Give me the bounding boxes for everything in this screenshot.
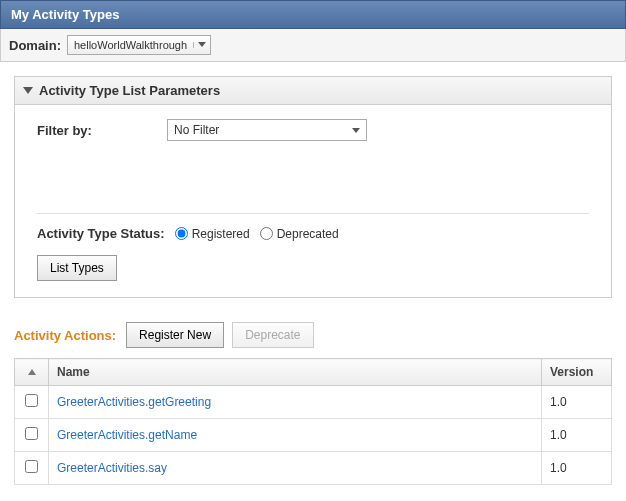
activity-table: Name Version GreeterActivities.getGreeti… [14, 358, 612, 485]
filter-select[interactable]: No Filter [167, 119, 367, 141]
version-column-header[interactable]: Version [542, 359, 612, 386]
domain-select[interactable]: helloWorldWalkthrough [67, 35, 211, 55]
domain-label: Domain: [9, 38, 61, 53]
svg-marker-1 [352, 128, 360, 133]
chevron-down-icon [352, 123, 360, 137]
activity-name-link[interactable]: GreeterActivities.say [57, 461, 167, 475]
triangle-down-icon [23, 87, 33, 94]
parameters-panel: Activity Type List Parameters Filter by:… [14, 76, 612, 298]
status-registered-option[interactable]: Registered [175, 227, 250, 241]
status-deprecated-option[interactable]: Deprecated [260, 227, 339, 241]
status-label: Activity Type Status: [37, 226, 165, 241]
row-checkbox[interactable] [25, 460, 38, 473]
activity-name-link[interactable]: GreeterActivities.getGreeting [57, 395, 211, 409]
status-deprecated-label: Deprecated [277, 227, 339, 241]
parameters-title: Activity Type List Parameters [39, 83, 220, 98]
activity-version: 1.0 [542, 386, 612, 419]
status-registered-label: Registered [192, 227, 250, 241]
deprecate-button: Deprecate [232, 322, 313, 348]
register-new-button[interactable]: Register New [126, 322, 224, 348]
row-checkbox[interactable] [25, 394, 38, 407]
chevron-down-icon [193, 42, 206, 48]
panel-title: My Activity Types [0, 0, 626, 29]
activity-version: 1.0 [542, 419, 612, 452]
parameters-toggle[interactable]: Activity Type List Parameters [15, 77, 611, 105]
sort-column-header[interactable] [15, 359, 49, 386]
status-deprecated-radio[interactable] [260, 227, 273, 240]
name-column-header[interactable]: Name [49, 359, 542, 386]
status-registered-radio[interactable] [175, 227, 188, 240]
table-row: GreeterActivities.say 1.0 [15, 452, 612, 485]
domain-value: helloWorldWalkthrough [74, 39, 187, 51]
table-row: GreeterActivities.getGreeting 1.0 [15, 386, 612, 419]
domain-bar: Domain: helloWorldWalkthrough [0, 29, 626, 62]
filter-label: Filter by: [37, 123, 167, 138]
activity-name-link[interactable]: GreeterActivities.getName [57, 428, 197, 442]
activity-version: 1.0 [542, 452, 612, 485]
table-row: GreeterActivities.getName 1.0 [15, 419, 612, 452]
svg-marker-0 [198, 42, 206, 47]
list-types-button[interactable]: List Types [37, 255, 117, 281]
actions-label: Activity Actions: [14, 328, 116, 343]
sort-asc-icon [28, 369, 36, 375]
row-checkbox[interactable] [25, 427, 38, 440]
filter-value: No Filter [174, 123, 219, 137]
